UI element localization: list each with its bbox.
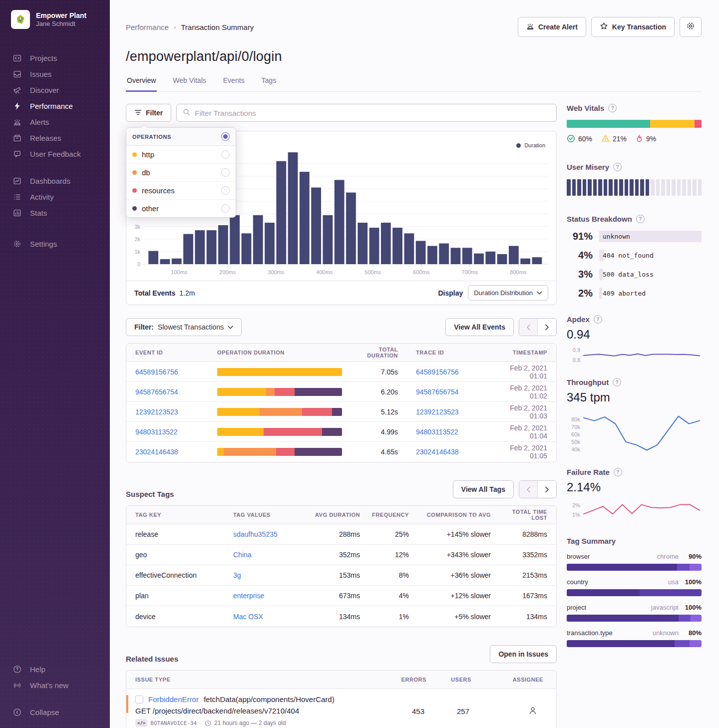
event-id-link[interactable]: 94587656754 [126, 388, 208, 396]
trace-id-link[interactable]: 94587656754 [407, 388, 486, 396]
sidebar-item-stats[interactable]: Stats [0, 205, 110, 221]
sidebar-item-help[interactable]: Help [0, 661, 110, 677]
tab-tags[interactable]: Tags [261, 76, 278, 91]
siren-icon [526, 22, 534, 32]
status-percent: 2% [567, 288, 593, 299]
apdex-help-icon[interactable]: ? [594, 315, 602, 324]
sidebar-item-user-feedback[interactable]: User Feedback [0, 146, 110, 162]
related-issues-table: ISSUE TYPE ERRORS USERS ASSIGNEE Forbidd… [126, 670, 557, 728]
issue-checkbox[interactable] [135, 696, 143, 704]
org-switcher[interactable]: Empower Plant Jane Schmidt [0, 0, 110, 29]
tab-web-vitals[interactable]: Web Vitals [172, 76, 207, 91]
filter-operation-http[interactable]: http [126, 146, 236, 164]
sidebar-item-projects[interactable]: Projects [0, 50, 110, 66]
collapse-icon [12, 708, 21, 717]
frequency-cell: 8% [366, 571, 415, 579]
user-misery-help-icon[interactable]: ? [613, 163, 622, 171]
issue-type-link[interactable]: ForbiddenError [148, 695, 199, 704]
svg-text:40k: 40k [571, 446, 580, 452]
sidebar-item-activity[interactable]: Activity [0, 189, 110, 205]
sidebar-item-dashboards[interactable]: Dashboards [0, 173, 110, 189]
event-id-link[interactable]: 23024146438 [126, 448, 208, 456]
previous-page-button[interactable] [519, 319, 538, 336]
avg-duration-cell: 134ms [313, 613, 366, 621]
empower-plant-logo-icon [15, 14, 26, 25]
total-duration-cell: 6.20s [342, 388, 407, 396]
svg-text:2%: 2% [572, 502, 580, 508]
duration-legend-label: Duration [524, 142, 545, 148]
sidebar-item-whats-new[interactable]: What's new [0, 677, 110, 693]
transaction-filter-select[interactable]: Filter: Slowest Transactions [126, 318, 242, 336]
create-alert-button[interactable]: Create Alert [518, 17, 586, 37]
project-badge[interactable]: </> BOTANAVOICE-34 [135, 719, 197, 727]
sidebar-item-label: Releases [30, 134, 61, 142]
throughput-help-icon[interactable]: ? [613, 378, 621, 386]
sidebar-item-alerts[interactable]: Alerts [0, 114, 110, 130]
web-vitals-help-icon[interactable]: ? [608, 104, 617, 112]
misery-segment [604, 179, 608, 196]
operations-radio-selected[interactable] [221, 132, 230, 141]
column-header-trace-id: TRACE ID [407, 350, 486, 356]
operation-radio[interactable] [221, 204, 230, 213]
trace-id-link[interactable]: 94803113522 [407, 428, 486, 436]
sidebar-item-releases[interactable]: Releases [0, 130, 110, 146]
tags-paginator [519, 480, 557, 498]
previous-page-button[interactable] [519, 481, 538, 498]
assignee-button[interactable] [482, 706, 556, 717]
event-id-link[interactable]: 12392123523 [126, 408, 208, 416]
next-page-button[interactable] [538, 481, 556, 498]
total-duration-cell: 7.05s [342, 368, 407, 376]
tag-value-link[interactable]: sdaufhu35235 [224, 530, 313, 538]
timestamp-cell: Feb 2, 2021 01:02 [486, 384, 556, 400]
operation-radio[interactable] [221, 150, 230, 159]
tag-value-link[interactable]: Mac OSX [224, 613, 313, 621]
open-in-issues-button[interactable]: Open in Issues [490, 645, 557, 663]
sidebar-item-issues[interactable]: Issues [0, 66, 110, 82]
column-header-errors: ERRORS [391, 677, 437, 683]
filter-operation-db[interactable]: db [126, 164, 236, 182]
failure-rate-help-icon[interactable]: ? [614, 468, 622, 476]
tab-events[interactable]: Events [222, 76, 246, 91]
event-id-link[interactable]: 94803113522 [126, 428, 208, 436]
svg-text:0: 0 [137, 261, 140, 267]
misery-segment [698, 179, 702, 196]
sidebar-item-discover[interactable]: Discover [0, 82, 110, 98]
view-all-events-button[interactable]: View All Events [445, 318, 514, 336]
misery-segment [572, 179, 576, 196]
trace-id-link[interactable]: 64589156756 [407, 368, 486, 376]
svg-text:0.9: 0.9 [573, 347, 580, 353]
view-all-tags-button[interactable]: View All Tags [453, 480, 514, 498]
op-segment [217, 448, 224, 456]
status-percent: 3% [567, 269, 593, 280]
filter-button[interactable]: Filter [126, 104, 171, 122]
display-select[interactable]: Duration Distribution [468, 285, 548, 301]
event-id-link[interactable]: 64589156756 [126, 368, 208, 376]
trace-id-link[interactable]: 12392123523 [407, 408, 486, 416]
operation-radio[interactable] [221, 186, 230, 195]
status-breakdown-help-icon[interactable]: ? [636, 215, 645, 223]
issue-culprit: fetchData(app/components/HoverCard) [204, 695, 335, 704]
db-color-dot [132, 170, 137, 175]
sidebar-item-performance[interactable]: Performance [0, 98, 110, 114]
misery-segment [651, 179, 655, 196]
operations-header[interactable]: OPERATIONS [126, 128, 236, 146]
settings-gear-button[interactable] [680, 17, 702, 37]
key-transaction-button[interactable]: Key Transaction [591, 17, 675, 37]
tag-summary-percent: 100% [679, 604, 702, 611]
next-page-button[interactable] [538, 319, 556, 336]
trace-id-link[interactable]: 23024146438 [407, 448, 486, 456]
slowest-transactions-table: EVENT ID OPERATION DURATION TOTAL DURATI… [126, 343, 557, 462]
vitals-segment-good [567, 120, 650, 128]
tag-value-link[interactable]: enterprise [224, 592, 313, 600]
tab-overview[interactable]: Overview [126, 76, 157, 92]
operation-radio[interactable] [221, 168, 230, 177]
tag-value-link[interactable]: 3g [224, 571, 313, 579]
breadcrumb-performance[interactable]: Performance [126, 23, 169, 31]
tag-value-link[interactable]: China [224, 551, 313, 559]
sidebar-collapse-button[interactable]: Collapse [0, 704, 110, 720]
total-events-value: 1.2m [179, 289, 195, 297]
sidebar-item-settings[interactable]: Settings [0, 236, 110, 252]
filter-operation-other[interactable]: other [126, 200, 236, 217]
filter-operation-resources[interactable]: resources [126, 182, 236, 200]
search-input[interactable] [195, 109, 550, 117]
